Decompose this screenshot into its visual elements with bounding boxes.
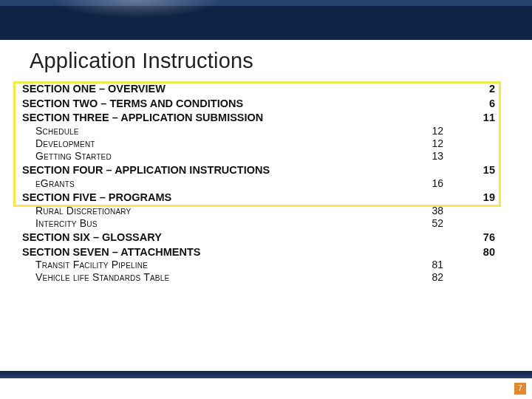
toc-sub: eGrants 16 xyxy=(35,177,495,190)
section-label: SECTION ONE – OVERVIEW xyxy=(22,83,443,96)
sub-page: 13 xyxy=(414,150,443,163)
sub-label: Getting Started xyxy=(35,150,414,163)
sub-label: Development xyxy=(35,137,414,150)
bottom-band xyxy=(0,371,532,378)
sub-label: Transit Facility Pipeline xyxy=(35,259,414,271)
toc-section: SECTION ONE – OVERVIEW 2 xyxy=(22,83,495,96)
toc-section: SECTION FIVE – PROGRAMS 19 xyxy=(22,191,495,205)
sub-label: Intercity Bus xyxy=(35,217,414,230)
toc-section: SECTION SIX – GLOSSARY 76 xyxy=(22,231,495,245)
section-page: 19 xyxy=(443,191,495,205)
section-label: SECTION THREE – APPLICATION SUBMISSION xyxy=(22,112,443,125)
section-page: 11 xyxy=(443,112,495,125)
page-title: Application Instructions xyxy=(30,49,253,73)
sub-label: eGrants xyxy=(35,177,414,190)
section-page: 6 xyxy=(443,98,495,111)
section-page: 80 xyxy=(443,246,495,259)
sub-page: 81 xyxy=(414,259,443,271)
sub-page: 52 xyxy=(414,217,443,230)
section-label: SECTION SEVEN – ATTACHMENTS xyxy=(22,246,443,259)
section-page: 15 xyxy=(443,164,495,177)
top-band xyxy=(0,0,532,40)
section-label: SECTION TWO – TERMS AND CONDITIONS xyxy=(22,98,443,111)
toc-sub: Schedule 12 xyxy=(35,125,495,137)
slide: Application Instructions SECTION ONE – O… xyxy=(0,0,532,399)
toc-sub: Intercity Bus 52 xyxy=(35,217,495,230)
toc-sub: Rural Discretionary 38 xyxy=(35,205,495,217)
sub-page: 82 xyxy=(414,271,443,284)
toc: SECTION ONE – OVERVIEW 2 SECTION TWO – T… xyxy=(22,81,495,284)
sub-page: 12 xyxy=(414,125,443,137)
sub-label: Vehicle life Standards Table xyxy=(35,271,414,284)
section-page: 76 xyxy=(443,231,495,245)
sub-page: 16 xyxy=(414,177,443,190)
toc-sub: Transit Facility Pipeline 81 xyxy=(35,259,495,271)
toc-section: SECTION TWO – TERMS AND CONDITIONS 6 xyxy=(22,98,495,111)
section-label: SECTION SIX – GLOSSARY xyxy=(22,231,443,245)
sub-label: Rural Discretionary xyxy=(35,205,414,217)
section-label: SECTION FIVE – PROGRAMS xyxy=(22,191,443,205)
sub-label: Schedule xyxy=(35,125,414,137)
toc-sub: Development 12 xyxy=(35,137,495,150)
section-page: 2 xyxy=(443,83,495,96)
page-number-badge: 7 xyxy=(514,383,526,395)
toc-sub: Vehicle life Standards Table 82 xyxy=(35,271,495,284)
toc-section: SECTION SEVEN – ATTACHMENTS 80 xyxy=(22,246,495,259)
sub-page: 38 xyxy=(414,205,443,217)
toc-section: SECTION THREE – APPLICATION SUBMISSION 1… xyxy=(22,112,495,125)
section-label: SECTION FOUR – APPLICATION INSTRUCTIONS xyxy=(22,164,443,177)
sub-page: 12 xyxy=(414,137,443,150)
toc-section: SECTION FOUR – APPLICATION INSTRUCTIONS … xyxy=(22,164,495,177)
toc-sub: Getting Started 13 xyxy=(35,150,495,163)
